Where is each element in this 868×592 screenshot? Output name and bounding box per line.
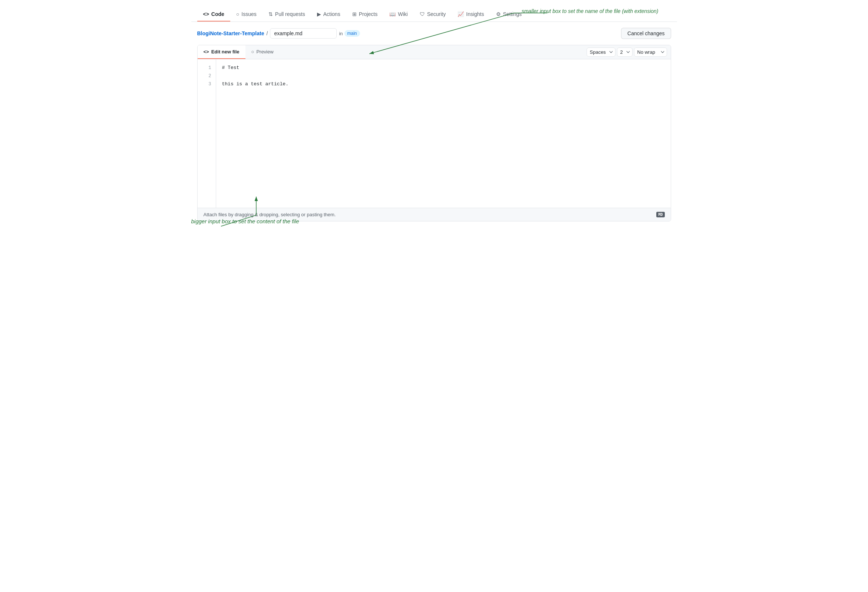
line-number-2: 2 (198, 72, 216, 80)
settings-icon: ⚙ (496, 11, 501, 17)
file-drop-area: Attach files by dragging & dropping, sel… (198, 208, 671, 221)
nav-tab-pull-requests[interactable]: ⇅ Pull requests (263, 7, 311, 22)
nav-tab-projects[interactable]: ⊞ Projects (346, 7, 384, 22)
insights-icon: 📈 (458, 11, 464, 17)
tab-preview[interactable]: ○ Preview (245, 45, 280, 59)
branch-badge: main (344, 30, 360, 37)
nav-tab-settings[interactable]: ⚙ Settings (490, 7, 528, 22)
cancel-changes-button[interactable]: Cancel changes (621, 28, 671, 39)
nav-tab-security[interactable]: 🛡 Security (414, 7, 452, 22)
editor-controls: Spaces Tabs 2 4 8 No wrap Soft wrap (583, 47, 671, 57)
code-area: 1 2 3 # Test this is a test article. (198, 59, 671, 208)
line-number-3: 3 (198, 80, 216, 88)
breadcrumb-area: BlogiNote-Starter-Template / in main Can… (191, 22, 677, 45)
editor-container: <> Edit new file ○ Preview Spaces Tabs 2… (197, 45, 671, 222)
actions-icon: ▶ (317, 11, 321, 17)
line-number-1: 1 (198, 64, 216, 72)
issues-icon: ○ (236, 11, 239, 17)
filename-input[interactable] (270, 28, 337, 38)
wrap-select[interactable]: No wrap Soft wrap (634, 47, 667, 57)
indent-select[interactable]: 2 4 8 (617, 47, 633, 57)
code-editor[interactable]: # Test this is a test article. (216, 59, 671, 208)
wiki-icon: 📖 (389, 11, 396, 17)
nav-tab-code[interactable]: <> Code (197, 7, 230, 22)
file-drop-text: Attach files by dragging & dropping, sel… (204, 212, 336, 218)
nav-tab-actions[interactable]: ▶ Actions (311, 7, 346, 22)
repo-link[interactable]: BlogiNote-Starter-Template (197, 30, 264, 36)
spaces-select[interactable]: Spaces Tabs (587, 47, 616, 57)
line-numbers: 1 2 3 (198, 59, 216, 208)
md-icon: MD (656, 212, 664, 218)
repo-nav: <> Code ○ Issues ⇅ Pull requests ▶ Actio… (191, 7, 677, 22)
code-icon: <> (203, 11, 209, 17)
breadcrumb-left: BlogiNote-Starter-Template / in main (197, 28, 360, 38)
branch-label: in main (339, 30, 360, 37)
editor-toolbar: <> Edit new file ○ Preview Spaces Tabs 2… (198, 45, 671, 59)
nav-tab-issues[interactable]: ○ Issues (230, 7, 263, 22)
editor-tabs: <> Edit new file ○ Preview (198, 45, 280, 59)
security-icon: 🛡 (420, 11, 425, 17)
preview-icon: ○ (251, 49, 254, 55)
breadcrumb-separator: / (266, 30, 268, 36)
projects-icon: ⊞ (352, 11, 357, 17)
nav-tab-insights[interactable]: 📈 Insights (452, 7, 490, 22)
pull-requests-icon: ⇅ (269, 11, 273, 17)
nav-tab-wiki[interactable]: 📖 Wiki (383, 7, 413, 22)
tab-edit-new-file[interactable]: <> Edit new file (198, 45, 245, 59)
edit-icon: <> (204, 49, 209, 55)
